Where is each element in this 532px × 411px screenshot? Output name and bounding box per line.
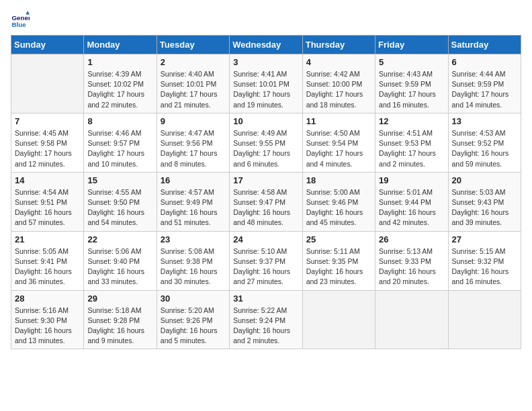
- cell-info: Sunrise: 4:51 AM Sunset: 9:53 PM Dayligh…: [379, 128, 444, 169]
- cell-info: Sunrise: 4:44 AM Sunset: 9:59 PM Dayligh…: [452, 69, 517, 110]
- day-number: 26: [379, 234, 444, 244]
- calendar-cell: 24Sunrise: 5:10 AM Sunset: 9:37 PM Dayli…: [230, 231, 302, 290]
- day-number: 24: [233, 234, 298, 244]
- day-number: 3: [233, 57, 298, 67]
- calendar-cell: 1Sunrise: 4:39 AM Sunset: 10:02 PM Dayli…: [84, 54, 157, 113]
- cell-info: Sunrise: 4:41 AM Sunset: 10:01 PM Daylig…: [233, 69, 298, 110]
- cell-info: Sunrise: 5:16 AM Sunset: 9:30 PM Dayligh…: [15, 306, 80, 347]
- day-number: 6: [452, 57, 517, 67]
- calendar-cell: 20Sunrise: 5:03 AM Sunset: 9:43 PM Dayli…: [448, 172, 521, 231]
- day-number: 29: [87, 293, 152, 304]
- calendar-week-row: 14Sunrise: 4:54 AM Sunset: 9:51 PM Dayli…: [11, 172, 521, 231]
- calendar-cell: 21Sunrise: 5:05 AM Sunset: 9:41 PM Dayli…: [11, 231, 84, 290]
- day-number: 5: [379, 57, 444, 67]
- day-header-wednesday: Wednesday: [230, 36, 302, 54]
- day-number: 10: [233, 116, 298, 126]
- day-number: 20: [452, 175, 517, 185]
- cell-info: Sunrise: 4:54 AM Sunset: 9:51 PM Dayligh…: [15, 187, 80, 228]
- day-number: 23: [161, 234, 226, 244]
- day-number: 1: [87, 57, 152, 67]
- cell-info: Sunrise: 4:55 AM Sunset: 9:50 PM Dayligh…: [87, 187, 152, 228]
- svg-marker-2: [26, 11, 30, 15]
- calendar-cell: 12Sunrise: 4:51 AM Sunset: 9:53 PM Dayli…: [375, 113, 448, 172]
- cell-info: Sunrise: 5:10 AM Sunset: 9:37 PM Dayligh…: [233, 246, 298, 287]
- day-number: 15: [87, 175, 152, 185]
- day-number: 18: [306, 175, 371, 185]
- day-header-friday: Friday: [375, 36, 448, 54]
- day-number: 8: [87, 116, 152, 126]
- day-header-saturday: Saturday: [448, 36, 521, 54]
- calendar-cell: [302, 290, 375, 349]
- cell-info: Sunrise: 4:47 AM Sunset: 9:56 PM Dayligh…: [161, 128, 226, 169]
- calendar-cell: 18Sunrise: 5:00 AM Sunset: 9:46 PM Dayli…: [302, 172, 375, 231]
- day-number: 25: [306, 234, 371, 244]
- day-number: 28: [15, 293, 80, 304]
- day-header-sunday: Sunday: [11, 36, 84, 54]
- calendar-cell: [11, 54, 84, 113]
- logo: General Blue: [11, 11, 32, 30]
- day-number: 4: [306, 57, 371, 67]
- day-number: 14: [15, 175, 80, 185]
- logo-icon: General Blue: [11, 11, 30, 30]
- day-number: 13: [452, 116, 517, 126]
- calendar-cell: 26Sunrise: 5:13 AM Sunset: 9:33 PM Dayli…: [375, 231, 448, 290]
- calendar-cell: 8Sunrise: 4:46 AM Sunset: 9:57 PM Daylig…: [84, 113, 157, 172]
- calendar-cell: 5Sunrise: 4:43 AM Sunset: 9:59 PM Daylig…: [375, 54, 448, 113]
- cell-info: Sunrise: 5:15 AM Sunset: 9:32 PM Dayligh…: [452, 246, 517, 287]
- cell-info: Sunrise: 5:06 AM Sunset: 9:40 PM Dayligh…: [87, 246, 152, 287]
- cell-info: Sunrise: 4:46 AM Sunset: 9:57 PM Dayligh…: [87, 128, 152, 169]
- cell-info: Sunrise: 5:01 AM Sunset: 9:44 PM Dayligh…: [379, 187, 444, 228]
- days-header-row: SundayMondayTuesdayWednesdayThursdayFrid…: [11, 36, 521, 54]
- calendar-cell: 7Sunrise: 4:45 AM Sunset: 9:58 PM Daylig…: [11, 113, 84, 172]
- day-number: 30: [161, 293, 226, 304]
- calendar-cell: 17Sunrise: 4:58 AM Sunset: 9:47 PM Dayli…: [230, 172, 302, 231]
- svg-text:Blue: Blue: [11, 21, 26, 28]
- day-number: 19: [379, 175, 444, 185]
- calendar-week-row: 28Sunrise: 5:16 AM Sunset: 9:30 PM Dayli…: [11, 290, 521, 349]
- cell-info: Sunrise: 5:20 AM Sunset: 9:26 PM Dayligh…: [161, 306, 226, 347]
- day-number: 12: [379, 116, 444, 126]
- cell-info: Sunrise: 5:08 AM Sunset: 9:38 PM Dayligh…: [161, 246, 226, 287]
- calendar-cell: 28Sunrise: 5:16 AM Sunset: 9:30 PM Dayli…: [11, 290, 84, 349]
- cell-info: Sunrise: 4:43 AM Sunset: 9:59 PM Dayligh…: [379, 69, 444, 110]
- cell-info: Sunrise: 4:57 AM Sunset: 9:49 PM Dayligh…: [161, 187, 226, 228]
- calendar-cell: 19Sunrise: 5:01 AM Sunset: 9:44 PM Dayli…: [375, 172, 448, 231]
- day-header-tuesday: Tuesday: [157, 36, 229, 54]
- cell-info: Sunrise: 5:00 AM Sunset: 9:46 PM Dayligh…: [306, 187, 371, 228]
- day-number: 7: [15, 116, 80, 126]
- day-number: 27: [452, 234, 517, 244]
- cell-info: Sunrise: 4:53 AM Sunset: 9:52 PM Dayligh…: [452, 128, 517, 169]
- calendar-cell: 27Sunrise: 5:15 AM Sunset: 9:32 PM Dayli…: [448, 231, 521, 290]
- calendar-cell: 6Sunrise: 4:44 AM Sunset: 9:59 PM Daylig…: [448, 54, 521, 113]
- cell-info: Sunrise: 4:39 AM Sunset: 10:02 PM Daylig…: [87, 69, 152, 110]
- calendar-cell: 3Sunrise: 4:41 AM Sunset: 10:01 PM Dayli…: [230, 54, 302, 113]
- cell-info: Sunrise: 5:03 AM Sunset: 9:43 PM Dayligh…: [452, 187, 517, 228]
- calendar-cell: 9Sunrise: 4:47 AM Sunset: 9:56 PM Daylig…: [157, 113, 229, 172]
- day-number: 16: [161, 175, 226, 185]
- day-number: 21: [15, 234, 80, 244]
- day-number: 11: [306, 116, 371, 126]
- cell-info: Sunrise: 5:05 AM Sunset: 9:41 PM Dayligh…: [15, 246, 80, 287]
- calendar-cell: 29Sunrise: 5:18 AM Sunset: 9:28 PM Dayli…: [84, 290, 157, 349]
- calendar-cell: 4Sunrise: 4:42 AM Sunset: 10:00 PM Dayli…: [302, 54, 375, 113]
- day-number: 31: [233, 293, 298, 304]
- cell-info: Sunrise: 5:22 AM Sunset: 9:24 PM Dayligh…: [233, 306, 298, 347]
- calendar-cell: 14Sunrise: 4:54 AM Sunset: 9:51 PM Dayli…: [11, 172, 84, 231]
- calendar-cell: 2Sunrise: 4:40 AM Sunset: 10:01 PM Dayli…: [157, 54, 229, 113]
- day-number: 2: [161, 57, 226, 67]
- calendar-cell: 22Sunrise: 5:06 AM Sunset: 9:40 PM Dayli…: [84, 231, 157, 290]
- calendar-week-row: 7Sunrise: 4:45 AM Sunset: 9:58 PM Daylig…: [11, 113, 521, 172]
- day-header-monday: Monday: [84, 36, 157, 54]
- calendar-cell: 16Sunrise: 4:57 AM Sunset: 9:49 PM Dayli…: [157, 172, 229, 231]
- calendar-cell: 11Sunrise: 4:50 AM Sunset: 9:54 PM Dayli…: [302, 113, 375, 172]
- calendar-cell: 25Sunrise: 5:11 AM Sunset: 9:35 PM Dayli…: [302, 231, 375, 290]
- calendar-cell: 13Sunrise: 4:53 AM Sunset: 9:52 PM Dayli…: [448, 113, 521, 172]
- cell-info: Sunrise: 4:58 AM Sunset: 9:47 PM Dayligh…: [233, 187, 298, 228]
- calendar-cell: 23Sunrise: 5:08 AM Sunset: 9:38 PM Dayli…: [157, 231, 229, 290]
- day-number: 22: [87, 234, 152, 244]
- cell-info: Sunrise: 5:18 AM Sunset: 9:28 PM Dayligh…: [87, 306, 152, 347]
- header: General Blue: [11, 11, 521, 30]
- day-number: 17: [233, 175, 298, 185]
- calendar-cell: 31Sunrise: 5:22 AM Sunset: 9:24 PM Dayli…: [230, 290, 302, 349]
- cell-info: Sunrise: 4:50 AM Sunset: 9:54 PM Dayligh…: [306, 128, 371, 169]
